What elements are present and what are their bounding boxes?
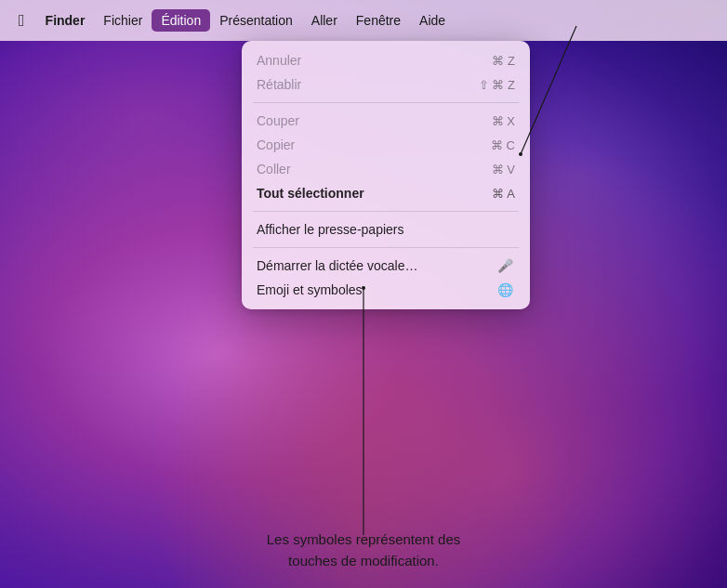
- edition-dropdown: Annuler ⌘ Z Rétablir ⇧ ⌘ Z Couper ⌘ X Co…: [242, 41, 530, 309]
- tout-selectionner-shortcut: ⌘ A: [492, 187, 515, 201]
- mic-icon: 🎤: [495, 258, 515, 273]
- annotation-line1: Les symboles représentent des: [267, 529, 460, 551]
- divider-3: [253, 247, 519, 248]
- copier-label: Copier: [257, 137, 472, 152]
- presse-papiers-item[interactable]: Afficher le presse-papiers: [242, 217, 530, 242]
- annotation-modifier-keys: Les symboles représentent des touches de…: [267, 529, 460, 571]
- copier-shortcut: ⌘ C: [491, 138, 515, 152]
- finder-menu[interactable]: Finder: [36, 9, 95, 32]
- retablir-shortcut: ⇧ ⌘ Z: [479, 78, 515, 92]
- annuler-shortcut: ⌘ Z: [492, 54, 515, 68]
- retablir-item[interactable]: Rétablir ⇧ ⌘ Z: [242, 72, 530, 97]
- dictee-item[interactable]: Démarrer la dictée vocale… 🎤: [242, 254, 530, 278]
- menubar:  Finder Fichier Édition Présentation Al…: [0, 0, 727, 41]
- coller-shortcut: ⌘ V: [492, 163, 515, 176]
- retablir-label: Rétablir: [257, 77, 460, 92]
- copier-item[interactable]: Copier ⌘ C: [242, 133, 530, 157]
- emoji-item[interactable]: Emoji et symboles 🌐: [242, 278, 530, 302]
- divider-1: [253, 102, 519, 103]
- globe-icon: 🌐: [495, 282, 515, 297]
- tout-selectionner-item[interactable]: Tout sélectionner ⌘ A: [242, 181, 530, 205]
- emoji-label: Emoji et symboles: [257, 282, 495, 297]
- dropdown-section-1: Annuler ⌘ Z Rétablir ⇧ ⌘ Z: [242, 46, 530, 98]
- dropdown-section-2: Couper ⌘ X Copier ⌘ C Coller ⌘ V Tout sé…: [242, 107, 530, 207]
- annuler-item[interactable]: Annuler ⌘ Z: [242, 48, 530, 72]
- presentation-menu[interactable]: Présentation: [210, 9, 302, 32]
- aller-menu[interactable]: Aller: [302, 9, 347, 32]
- dropdown-section-4: Démarrer la dictée vocale… 🎤 Emoji et sy…: [242, 252, 530, 304]
- annuler-label: Annuler: [257, 53, 473, 68]
- couper-item[interactable]: Couper ⌘ X: [242, 109, 530, 133]
- dropdown-section-3: Afficher le presse-papiers: [242, 216, 530, 243]
- annotation-line2: touches de modification.: [267, 551, 460, 572]
- aide-menu[interactable]: Aide: [410, 9, 455, 32]
- edition-menu[interactable]: Édition: [152, 9, 210, 32]
- coller-label: Coller: [257, 162, 473, 176]
- coller-item[interactable]: Coller ⌘ V: [242, 157, 530, 181]
- tout-selectionner-label: Tout sélectionner: [257, 186, 473, 201]
- divider-2: [253, 211, 519, 212]
- fichier-menu[interactable]: Fichier: [94, 9, 152, 32]
- dictee-label: Démarrer la dictée vocale…: [257, 258, 495, 273]
- fenetre-menu[interactable]: Fenêtre: [347, 9, 410, 32]
- desktop:  Finder Fichier Édition Présentation Al…: [0, 0, 727, 588]
- couper-label: Couper: [257, 113, 473, 128]
- presse-papiers-label: Afficher le presse-papiers: [257, 222, 515, 237]
- couper-shortcut: ⌘ X: [492, 114, 515, 128]
- apple-menu[interactable]: : [7, 7, 36, 34]
